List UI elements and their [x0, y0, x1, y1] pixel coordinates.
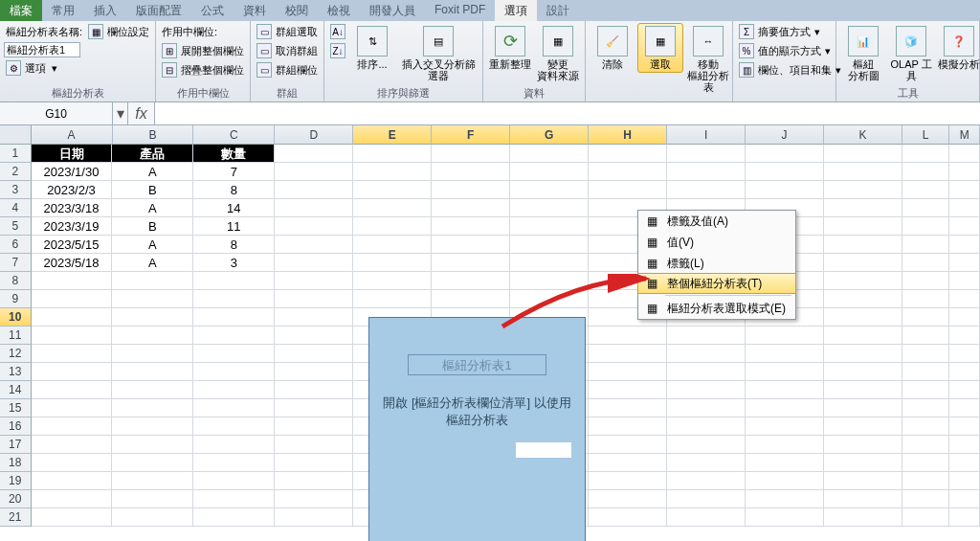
- cell-B15[interactable]: [112, 399, 193, 417]
- menu-item-0[interactable]: ▦標籤及值(A): [638, 211, 795, 232]
- cell-M17[interactable]: [949, 436, 980, 454]
- cell-C15[interactable]: [193, 399, 275, 417]
- cell-J14[interactable]: [746, 381, 824, 399]
- cell-K11[interactable]: [824, 327, 902, 345]
- fx-icon[interactable]: fx: [128, 102, 155, 124]
- cell-I2[interactable]: [667, 163, 746, 181]
- cell-K16[interactable]: [824, 417, 902, 436]
- cell-H1[interactable]: [589, 145, 667, 163]
- cell-D10[interactable]: [275, 308, 353, 327]
- show-values-button[interactable]: %值的顯示方式▾: [737, 42, 843, 59]
- formula-input[interactable]: [155, 102, 980, 124]
- cell-D9[interactable]: [275, 290, 353, 308]
- row-header-5[interactable]: 5: [0, 217, 32, 236]
- cell-A14[interactable]: [32, 381, 113, 399]
- row-header-21[interactable]: 21: [0, 508, 32, 527]
- cell-C19[interactable]: [193, 472, 275, 490]
- cell-D17[interactable]: [275, 436, 353, 454]
- pivot-placeholder[interactable]: 樞紐分析表1 開啟 [樞紐分析表欄位清單] 以使用樞紐分析表: [368, 317, 586, 541]
- cell-L21[interactable]: [902, 508, 949, 527]
- cell-J3[interactable]: [746, 181, 824, 199]
- tab-0[interactable]: 檔案: [0, 0, 42, 21]
- select-all-corner[interactable]: [0, 125, 32, 145]
- cell-A4[interactable]: 2023/3/18: [32, 199, 113, 217]
- tab-8[interactable]: 開發人員: [360, 0, 425, 21]
- cell-F3[interactable]: [432, 181, 510, 199]
- cell-A8[interactable]: [32, 272, 113, 290]
- cell-I20[interactable]: [667, 490, 746, 508]
- tab-10[interactable]: 選項: [495, 0, 537, 21]
- cell-B9[interactable]: [112, 290, 193, 308]
- cell-K18[interactable]: [824, 454, 902, 472]
- cell-H3[interactable]: [589, 181, 667, 199]
- cell-L9[interactable]: [902, 290, 949, 308]
- cell-E5[interactable]: [353, 217, 432, 236]
- menu-item-1[interactable]: ▦值(V): [638, 232, 795, 253]
- cell-K19[interactable]: [824, 472, 902, 490]
- cell-D6[interactable]: [275, 236, 353, 254]
- tab-6[interactable]: 校閱: [276, 0, 318, 21]
- cell-F6[interactable]: [432, 236, 510, 254]
- name-box[interactable]: G10: [0, 102, 113, 124]
- cell-M11[interactable]: [949, 327, 980, 345]
- cell-G3[interactable]: [510, 181, 589, 199]
- cell-C11[interactable]: [193, 327, 275, 345]
- cell-M10[interactable]: [949, 308, 980, 327]
- move-button[interactable]: ↔ 移動 樞紐分析表: [685, 23, 731, 96]
- sort-asc-button[interactable]: A↓: [328, 23, 347, 40]
- cell-D3[interactable]: [275, 181, 353, 199]
- cell-B11[interactable]: [112, 327, 193, 345]
- cell-B14[interactable]: [112, 381, 193, 399]
- cell-J19[interactable]: [746, 472, 824, 490]
- cell-C10[interactable]: [193, 308, 275, 327]
- cell-D14[interactable]: [275, 381, 353, 399]
- cell-B19[interactable]: [112, 472, 193, 490]
- row-header-13[interactable]: 13: [0, 363, 32, 381]
- cell-B3[interactable]: B: [112, 181, 193, 199]
- row-header-18[interactable]: 18: [0, 454, 32, 472]
- clear-button[interactable]: 🧹 清除: [590, 23, 635, 73]
- cell-K21[interactable]: [824, 508, 902, 527]
- cell-K8[interactable]: [824, 272, 902, 290]
- cell-L6[interactable]: [902, 236, 949, 254]
- tab-7[interactable]: 檢視: [318, 0, 360, 21]
- cell-L16[interactable]: [902, 417, 949, 436]
- cell-M21[interactable]: [949, 508, 980, 527]
- cell-I14[interactable]: [667, 381, 746, 399]
- col-header-E[interactable]: E: [353, 125, 432, 145]
- row-header-19[interactable]: 19: [0, 472, 32, 490]
- col-header-A[interactable]: A: [32, 125, 113, 145]
- cell-L18[interactable]: [902, 454, 949, 472]
- cell-C21[interactable]: [193, 508, 275, 527]
- cell-G8[interactable]: [510, 272, 589, 290]
- sort-desc-button[interactable]: Z↓: [328, 42, 347, 59]
- name-box-dropdown[interactable]: ▾: [113, 102, 128, 124]
- cell-K3[interactable]: [824, 181, 902, 199]
- col-header-D[interactable]: D: [275, 125, 353, 145]
- cell-I17[interactable]: [667, 436, 746, 454]
- cell-B2[interactable]: A: [112, 163, 193, 181]
- cell-A12[interactable]: [32, 345, 113, 363]
- cell-E4[interactable]: [353, 199, 432, 217]
- cell-A7[interactable]: 2023/5/18: [32, 254, 113, 272]
- cell-C6[interactable]: 8: [193, 236, 275, 254]
- col-header-C[interactable]: C: [193, 125, 275, 145]
- cell-M4[interactable]: [949, 199, 980, 217]
- cell-J16[interactable]: [746, 417, 824, 436]
- cell-E7[interactable]: [353, 254, 432, 272]
- cell-A19[interactable]: [32, 472, 113, 490]
- cell-C13[interactable]: [193, 363, 275, 381]
- expand-field-button[interactable]: ⊞展開整個欄位: [160, 42, 246, 59]
- cell-K5[interactable]: [824, 217, 902, 236]
- menu-item-4[interactable]: ▦樞紐分析表選取模式(E): [638, 298, 795, 319]
- cell-B18[interactable]: [112, 454, 193, 472]
- cell-H20[interactable]: [589, 490, 667, 508]
- cell-K9[interactable]: [824, 290, 902, 308]
- cell-I3[interactable]: [667, 181, 746, 199]
- cell-C9[interactable]: [193, 290, 275, 308]
- cell-M19[interactable]: [949, 472, 980, 490]
- cell-C1[interactable]: 數量: [193, 145, 275, 163]
- cell-J1[interactable]: [746, 145, 824, 163]
- cell-B5[interactable]: B: [112, 217, 193, 236]
- sort-button[interactable]: ⇅ 排序...: [349, 23, 395, 73]
